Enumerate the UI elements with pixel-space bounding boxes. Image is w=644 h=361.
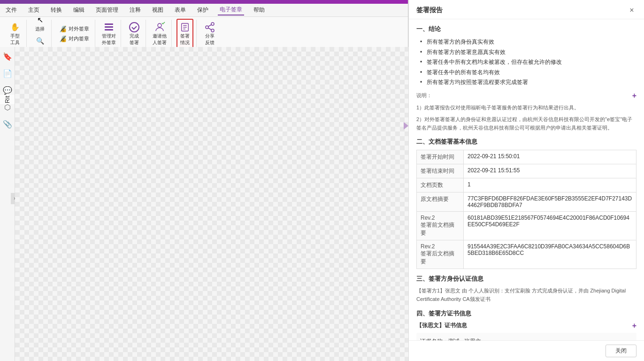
rev2-after-value: 915544A39E2C3FAA6C8210D39FAB0CA34634A5CC… — [464, 240, 636, 269]
sign-status-label2: 情况 — [180, 39, 190, 46]
svg-point-3 — [130, 23, 139, 32]
menu-bar: 文件 主页 转换 编辑 页面管理 注释 视图 表单 保护 电子签章 帮助 — [0, 4, 408, 17]
table-row: 签署开始时间 2022-09-21 15:50:01 — [417, 150, 636, 164]
svg-point-4 — [158, 23, 161, 27]
note-label: 说明： — [416, 92, 636, 100]
panel-header: 签署报告 × — [409, 0, 644, 19]
outer-sign-btn[interactable]: 🔏 对外签章 — [56, 24, 92, 33]
rev2-after-label: Rev.2 签署后文档摘要 — [417, 240, 464, 269]
menu-protect[interactable]: 保护 — [195, 5, 210, 15]
select-tool-btn[interactable]: ↖ 选择 — [31, 14, 48, 33]
menu-esign[interactable]: 电子签章 — [218, 5, 244, 15]
cert-line-1: 证书名称：测试 _张思文 — [420, 337, 633, 340]
table-row: Rev.2 签署前文档摘要 60181ABD39E51E218567F05746… — [417, 212, 636, 240]
footer-close-btn[interactable]: 关闭 — [606, 345, 636, 357]
select-icon: ↖ — [34, 15, 46, 26]
cert-section-header: 【张思文】证书信息 + — [416, 322, 636, 330]
section3-title: 三、签署方身份认证信息 — [416, 275, 636, 283]
menu-view[interactable]: 视图 — [150, 5, 165, 15]
svg-rect-2 — [105, 29, 113, 31]
table-row: Rev.2 签署后文档摘要 915544A39E2C3FAA6C8210D39F… — [417, 240, 636, 269]
zoom-icon: 🔍 — [34, 35, 46, 46]
toolbar-sign-group: 🔏 对外签章 🔏 对内签章 — [54, 20, 95, 48]
toolbar: ✋ 手型 工具 ↖ 选择 🔍 放大 🔏 对外签章 🔏 对内签章 — [0, 17, 408, 51]
doc-basic-info-table: 签署开始时间 2022-09-21 15:50:01 签署结束时间 2022-0… — [416, 150, 636, 269]
hand-icon: ✋ — [9, 22, 21, 33]
invite-label2: 人签署 — [153, 39, 167, 46]
menu-edit[interactable]: 编辑 — [71, 5, 86, 15]
sign-status-btn[interactable]: 签署 情况 — [176, 19, 193, 49]
toolbar-sign-status-group: 签署 情况 — [174, 20, 197, 48]
sidebar-bookmark-icon[interactable]: 🔖 — [2, 51, 13, 62]
note-text1: 1）此签署报告仅对使用福昕电子签署服务的签署行为和结果进行出具。 — [416, 104, 636, 112]
manage-flow-label: 管理对 — [102, 33, 116, 39]
complete-sign-icon — [129, 22, 140, 33]
svg-rect-1 — [105, 26, 113, 28]
complete-sign-btn[interactable]: 完成 签署 — [126, 21, 143, 47]
document-canvas — [15, 47, 408, 361]
toolbar-share-group: 分享 反馈 — [199, 20, 221, 48]
cert-info-block: 证书名称：测试 _张思文 证书序列号：74C80071006B50B4 证书颁发… — [416, 333, 636, 340]
invite-sign-btn[interactable]: 邀请他 人签署 — [151, 21, 169, 47]
section2-title: 二、文档签署基本信息 — [416, 138, 636, 146]
table-row: 文档页数 1 — [417, 178, 636, 192]
end-time-label: 签署结束时间 — [417, 164, 464, 178]
hand-tool-label: 手型 — [10, 33, 20, 39]
menu-help[interactable]: 帮助 — [252, 5, 267, 15]
inner-sign-label: 对内签章 — [69, 35, 89, 42]
auth-text: 【签署方1】张思文 由 个人人脸识别：支付宝刷脸 方式完成身份认证，并由 Zhe… — [416, 287, 636, 303]
menu-annotation[interactable]: 注释 — [128, 5, 143, 15]
outer-sign-label: 对外签章 — [69, 25, 89, 32]
sign-report-panel: 签署报告 × 一、结论 所有签署方的身份真实有效 所有签署方的签署意愿真实有效 … — [408, 0, 644, 361]
svg-point-9 — [211, 23, 214, 25]
cert-section-label: 【张思文】证书信息 — [416, 322, 467, 330]
sidebar-comment-icon[interactable]: 💬 — [2, 84, 13, 96]
conclusion-list: 所有签署方的身份真实有效 所有签署方的签署意愿真实有效 签署任务中所有文档均未被… — [416, 37, 636, 88]
manage-flow-btn[interactable]: 管理对 外签章 — [100, 21, 118, 47]
manage-flow-icon — [103, 22, 115, 33]
manage-flow-label2: 外签章 — [102, 39, 116, 46]
hand-tool-btn[interactable]: ✋ 手型 工具 — [7, 21, 23, 47]
page-count-label: 文档页数 — [417, 178, 464, 192]
svg-point-10 — [206, 26, 208, 29]
share-label1: 分享 — [205, 33, 215, 39]
note-text2: 2）对外签署签署人的身份证和意愿认证过程，由杭州天谷信息科技有限公司开发的"e签… — [416, 115, 636, 132]
svg-line-13 — [208, 24, 212, 26]
conclusion-item-4: 签署任务中的所有签名均有效 — [420, 68, 636, 78]
rev2-before-value: 60181ABD39E51E218567F0574694E4C20001F86A… — [464, 212, 636, 240]
panel-body: 一、结论 所有签署方的身份真实有效 所有签署方的签署意愿真实有效 签署任务中所有… — [409, 19, 644, 340]
svg-line-12 — [208, 28, 212, 30]
orig-hash-value: 77C3FBFD6DBFF826FDAE3E60F5BF2B3555E2EF4D… — [464, 192, 636, 212]
share-btn[interactable]: 分享 反馈 — [201, 21, 218, 47]
sidebar-attach-icon[interactable]: 📎 — [2, 118, 13, 130]
purple-accent-bar — [0, 0, 408, 4]
toolbar-invite-group: 邀请他 人签署 — [148, 20, 172, 48]
menu-convert[interactable]: 转换 — [49, 5, 64, 15]
menu-form[interactable]: 表单 — [173, 5, 188, 15]
inner-sign-icon: 🔏 — [59, 35, 67, 42]
expand-btn-1[interactable]: + — [632, 92, 636, 100]
toolbar-select-group: ↖ 选择 🔍 放大 — [29, 20, 52, 48]
left-sidebar: 🔖 📄 💬 ⬡ 📎 › — [0, 47, 15, 361]
conclusion-item-1: 所有签署方的身份真实有效 — [420, 37, 636, 47]
arrow-indicator — [404, 122, 408, 130]
conclusion-item-2: 所有签署方的签署意愿真实有效 — [420, 47, 636, 58]
menu-page-mgmt[interactable]: 页面管理 — [94, 5, 120, 15]
expand-btn-2[interactable]: + — [632, 322, 636, 330]
panel-close-btn[interactable]: × — [627, 6, 636, 15]
sign-status-icon — [179, 22, 191, 33]
conclusion-item-3: 签署任务中所有文档均未被篡改，但存在被允许的修改 — [420, 57, 636, 68]
panel-title: 签署报告 — [416, 6, 443, 15]
complete-sign-label: 完成 — [130, 33, 139, 39]
complete-sign-label2: 签署 — [130, 39, 139, 46]
start-time-value: 2022-09-21 15:50:01 — [464, 150, 636, 164]
menu-file[interactable]: 文件 — [4, 5, 19, 15]
sidebar-page-icon[interactable]: 📄 — [2, 68, 13, 79]
invite-label1: 邀请他 — [153, 33, 167, 39]
rev2-before-label: Rev.2 签署前文档摘要 — [417, 212, 464, 240]
outer-sign-icon: 🔏 — [59, 25, 67, 32]
section1-title: 一、结论 — [416, 25, 636, 33]
page-count-value: 1 — [464, 178, 636, 192]
inner-sign-btn[interactable]: 🔏 对内签章 — [56, 34, 92, 43]
invite-sign-icon — [154, 22, 165, 33]
